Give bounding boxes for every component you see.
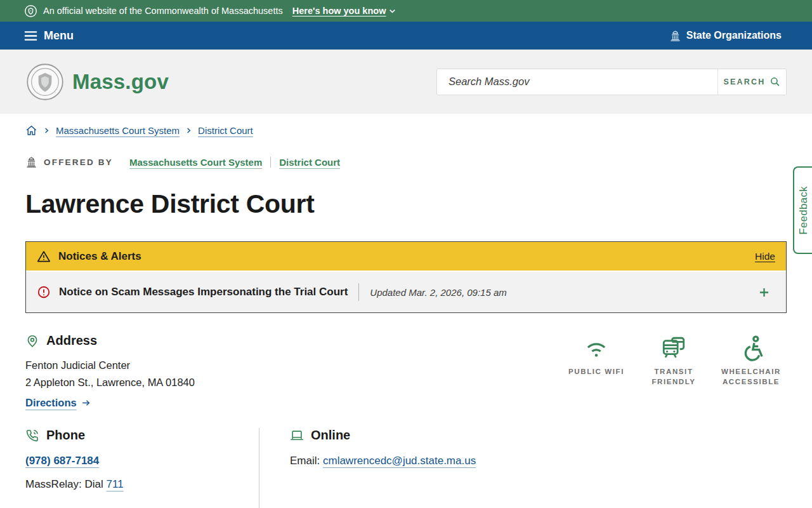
address-line2: 2 Appleton St., Lawrence, MA 01840 xyxy=(25,374,195,391)
alerts-header: Notices & Alerts Hide xyxy=(26,242,786,271)
contact-section: Phone (978) 687-7184 MassRelay: Dial 711… xyxy=(25,428,787,508)
amenity-public-wifi: PUBLIC WIFI xyxy=(561,335,632,409)
capitol-icon xyxy=(25,156,37,168)
massgov-logo[interactable]: Mass.gov xyxy=(25,62,169,102)
email-link[interactable]: cmlawrencedc@jud.state.ma.us xyxy=(323,455,476,467)
phone-number-line: (978) 687-7184 xyxy=(25,455,259,467)
offered-by: OFFERED BY Massachusetts Court System Di… xyxy=(25,156,787,168)
address-section: Address Fenton Judicial Center 2 Appleto… xyxy=(25,333,787,409)
notice-row: Notice on Scam Messages Impersonating th… xyxy=(26,271,786,312)
address-heading: Address xyxy=(25,333,195,348)
notices-alerts-panel: Notices & Alerts Hide Notice on Scam Mes… xyxy=(25,241,787,313)
massrelay-line: MassRelay: Dial 711 xyxy=(25,478,259,491)
divider xyxy=(270,157,271,168)
warning-triangle-icon xyxy=(37,250,51,264)
address-line1: Fenton Judicial Center xyxy=(25,357,195,374)
official-banner: An official website of the Commonwealth … xyxy=(0,0,812,22)
plus-icon xyxy=(757,286,771,299)
offered-by-court-system-link[interactable]: Massachusetts Court System xyxy=(129,157,262,168)
notice-title: Notice on Scam Messages Impersonating th… xyxy=(59,286,348,298)
chevron-right-icon xyxy=(185,127,192,134)
phone-number-link[interactable]: (978) 687-7184 xyxy=(25,455,99,467)
massrelay-711-link[interactable]: 711 xyxy=(107,478,124,490)
official-banner-text: An official website of the Commonwealth … xyxy=(43,6,283,16)
online-block: Online Email: cmlawrencedc@jud.state.ma.… xyxy=(259,428,787,508)
address-lines: Fenton Judicial Center 2 Appleton St., L… xyxy=(25,357,195,391)
chevron-down-icon xyxy=(388,7,396,15)
chevron-right-icon xyxy=(43,127,50,134)
breadcrumb: Massachusetts Court System District Cour… xyxy=(25,124,787,137)
email-line: Email: cmlawrencedc@jud.state.ma.us xyxy=(290,455,787,467)
laptop-icon xyxy=(290,429,304,443)
wifi-icon xyxy=(583,335,610,361)
expand-notice-button[interactable] xyxy=(757,286,771,299)
breadcrumb-district-court[interactable]: District Court xyxy=(198,125,253,136)
hide-alerts-link[interactable]: Hide xyxy=(755,251,775,262)
alert-circle-icon xyxy=(37,285,51,299)
directions-link[interactable]: Directions xyxy=(25,397,91,409)
wheelchair-icon xyxy=(738,335,764,361)
home-icon[interactable] xyxy=(25,124,37,137)
map-pin-icon xyxy=(25,334,39,348)
menu-label: Menu xyxy=(44,29,74,43)
amenity-transit-friendly: TRANSIT FRIENDLY xyxy=(638,335,709,409)
search-icon xyxy=(769,76,780,87)
state-organizations-label: State Organizations xyxy=(686,30,782,41)
page-title: Lawrence District Court xyxy=(25,189,787,219)
phone-block: Phone (978) 687-7184 MassRelay: Dial 711 xyxy=(25,428,259,508)
offered-by-district-court-link[interactable]: District Court xyxy=(279,157,340,168)
notice-updated-timestamp: Updated Mar. 2, 2026, 09:15 am xyxy=(370,287,506,298)
amenities: PUBLIC WIFI TRANSIT FRIENDLY xyxy=(561,333,787,409)
menu-button[interactable]: Menu xyxy=(24,29,74,43)
phone-icon xyxy=(25,429,39,443)
breadcrumb-court-system[interactable]: Massachusetts Court System xyxy=(56,125,180,136)
site-header: Mass.gov SEARCH xyxy=(0,50,812,114)
massgov-seal-icon xyxy=(25,62,65,102)
state-seal-icon xyxy=(24,4,37,18)
hamburger-icon xyxy=(24,30,37,41)
search-button[interactable]: SEARCH xyxy=(717,69,786,95)
heres-how-you-know-link[interactable]: Here's how you know xyxy=(292,6,397,16)
navbar: Menu State Organizations xyxy=(0,22,812,50)
online-heading: Online xyxy=(290,428,787,443)
main-content: Massachusetts Court System District Cour… xyxy=(0,124,812,508)
phone-heading: Phone xyxy=(25,428,259,443)
massgov-logo-text: Mass.gov xyxy=(72,70,169,94)
transit-icon xyxy=(660,335,687,361)
alerts-title: Notices & Alerts xyxy=(58,250,141,263)
arrow-right-icon xyxy=(81,398,91,408)
search-box: SEARCH xyxy=(436,69,787,95)
state-organizations-button[interactable]: State Organizations xyxy=(669,30,782,42)
address-block: Address Fenton Judicial Center 2 Appleto… xyxy=(25,333,195,409)
search-input[interactable] xyxy=(437,69,717,95)
divider xyxy=(358,283,359,301)
amenity-wheelchair-accessible: WHEELCHAIR ACCESSIBLE xyxy=(716,335,787,409)
capitol-icon xyxy=(669,30,681,42)
feedback-tab[interactable]: Feedback xyxy=(793,166,812,254)
offered-by-label: OFFERED BY xyxy=(44,157,113,167)
